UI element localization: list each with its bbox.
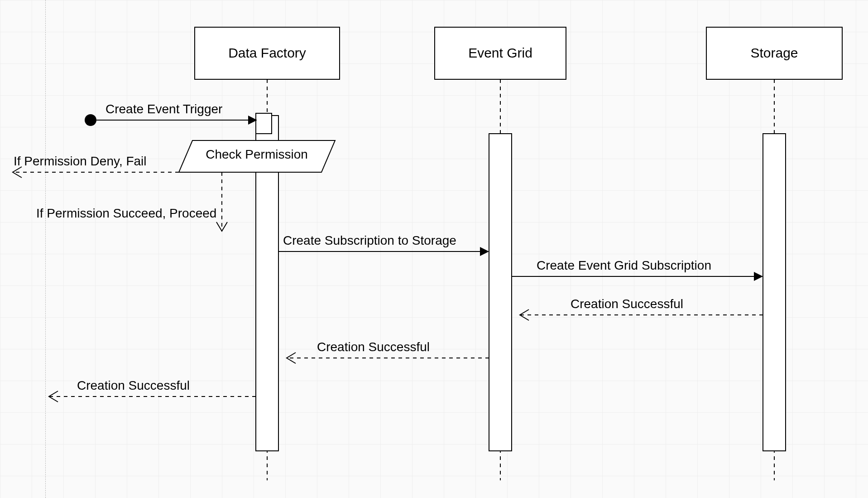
label-create-subscription: Create Subscription to Storage — [283, 233, 456, 248]
arrow-create-event-grid-sub — [754, 272, 763, 281]
label-creation-success-eg: Creation Successful — [317, 340, 430, 354]
arrow-create-subscription — [480, 247, 489, 256]
label-creation-success-storage: Creation Successful — [571, 297, 683, 311]
label-create-event-grid-sub: Create Event Grid Subscription — [537, 258, 711, 273]
activation-event-grid — [489, 134, 512, 451]
label-permission-deny: If Permission Deny, Fail — [14, 154, 147, 169]
activation-storage — [763, 134, 786, 451]
label-check-permission: Check Permission — [206, 147, 308, 162]
label-create-event-trigger: Create Event Trigger — [106, 102, 222, 116]
participant-label-data-factory: Data Factory — [228, 45, 306, 61]
participant-label-storage: Storage — [750, 45, 798, 61]
label-creation-success-df: Creation Successful — [77, 378, 190, 393]
activation-stub-data-factory — [256, 113, 272, 134]
participant-label-event-grid: Event Grid — [468, 45, 532, 61]
sequence-diagram — [0, 0, 868, 498]
label-permission-succeed: If Permission Succeed, Proceed — [36, 206, 216, 221]
start-node — [85, 114, 96, 126]
